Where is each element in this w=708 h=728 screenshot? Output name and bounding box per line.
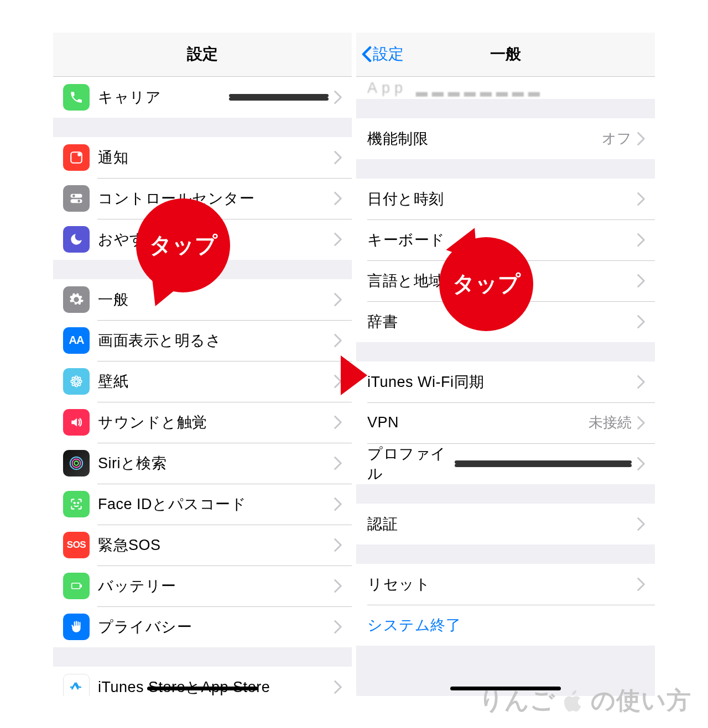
cell-battery[interactable]: バッテリー [53,565,352,606]
cell-faceid-passcode[interactable]: Face IDとパスコード [53,484,352,525]
svg-point-6 [75,379,79,383]
back-button[interactable]: 設定 [362,44,404,65]
cell-restrictions[interactable]: 機能制限 オフ [356,118,655,159]
chevron-right-icon [637,315,645,328]
chevron-right-icon [334,293,342,306]
cell-label: Face IDとパスコード [98,494,334,514]
cell-label: 認証 [367,514,637,534]
siri-icon [63,450,90,476]
svg-point-18 [74,502,75,503]
chevron-right-icon [637,274,645,287]
cell-itunes-appstore[interactable]: iTunes StoreとApp Store [53,667,352,696]
svg-point-4 [72,195,75,197]
chevron-right-icon [334,334,342,347]
navbar-left: 設定 [53,33,352,77]
chevron-right-icon [637,457,645,470]
svg-point-14 [78,383,80,385]
cell-label: バッテリー [98,576,334,596]
callout-tap-general: タップ [136,198,230,292]
step-arrow-icon [341,355,367,395]
svg-point-10 [79,380,81,382]
chevron-right-icon [334,497,342,511]
svg-rect-20 [72,583,80,589]
navbar-right: 設定 一般 [356,33,655,77]
callout-tap-keyboard: タップ [439,237,533,331]
watermark-text-left: りんご [479,684,555,717]
svg-rect-2 [71,193,82,197]
cell-label: 緊急SOS [98,535,334,555]
cell-label: 日付と時刻 [367,189,637,209]
chevron-right-icon [334,416,342,429]
speaker-icon [63,409,90,436]
redacted-value [229,94,329,101]
cell-certificates[interactable]: 認証 [356,504,655,544]
control-center-icon [63,185,90,212]
cell-label: コントロールセンター [98,188,334,208]
gear-icon [63,286,90,313]
cell-shutdown[interactable]: システム終了 [356,605,655,646]
navbar-title: 一般 [490,44,521,65]
cell-label: システム終了 [367,615,645,635]
chevron-right-icon [637,132,645,145]
cell-carrier[interactable]: キャリア [53,77,352,118]
cell-label: Siriと検索 [98,453,334,473]
cell-reset[interactable]: リセット [356,564,655,605]
chevron-right-icon [637,192,645,206]
svg-point-12 [78,377,80,379]
back-label: 設定 [373,44,404,65]
cell-itunes-wifi-sync[interactable]: iTunes Wi-Fi同期 [356,362,655,402]
chevron-right-icon [334,579,342,593]
cell-label: 画面表示と明るさ [98,331,334,350]
chevron-right-icon [637,375,645,389]
cell-label: サウンドと触覚 [98,412,334,432]
watermark-text-right: の使い方 [591,684,691,717]
chevron-right-icon [334,457,342,470]
chevron-right-icon [637,578,645,591]
cell-wallpaper[interactable]: 壁紙 [53,361,352,402]
cell-label: リセット [367,574,637,594]
svg-point-8 [75,384,77,386]
chevron-right-icon [334,192,342,205]
faceid-icon [63,491,90,517]
battery-icon [63,573,90,599]
appstore-icon [63,674,90,696]
settings-screen-left: 設定 キャリア 通知 [53,33,352,696]
svg-point-16 [72,459,81,467]
svg-point-1 [77,153,81,156]
watermark: りんご の使い方 [479,684,691,717]
wallpaper-icon [63,368,90,395]
cell-label: プライバシー [98,617,334,637]
redacted-value [455,460,632,467]
display-icon: AA [63,327,90,354]
cell-label: 壁紙 [98,371,334,391]
svg-point-13 [72,383,74,385]
svg-point-17 [74,461,79,465]
cell-label: iTunes Wi-Fi同期 [367,372,637,392]
chevron-right-icon [334,680,342,694]
callout-label: タップ [452,269,520,299]
cell-detail: 未接続 [589,413,632,432]
cell-vpn[interactable]: VPN 未接続 [356,402,655,443]
navbar-title: 設定 [187,44,218,65]
chevron-right-icon [334,620,342,633]
svg-rect-3 [71,199,82,203]
cell-privacy[interactable]: プライバシー [53,606,352,647]
svg-point-9 [71,380,73,382]
cell-sound-haptics[interactable]: サウンドと触覚 [53,402,352,443]
chevron-right-icon [334,538,342,552]
cell-label: 通知 [98,148,334,167]
hand-icon [63,614,90,640]
cell-notifications[interactable]: 通知 [53,137,352,178]
cell-label: 一般 [98,290,334,310]
general-screen-right: 設定 一般 App ▂▂▂▂▂▂▂▂ 機能制限 オフ 日付と時刻 キーボード [356,33,655,696]
cell-siri-search[interactable]: Siriと検索 [53,443,352,484]
moon-icon [63,226,90,253]
cell-display-brightness[interactable]: AA 画面表示と明るさ [53,320,352,361]
cell-emergency-sos[interactable]: SOS 緊急SOS [53,525,352,565]
cell-date-time[interactable]: 日付と時刻 [356,179,655,219]
phone-icon [63,84,90,111]
cell-profile[interactable]: プロファイル [356,443,655,484]
sos-icon: SOS [63,532,90,558]
chevron-right-icon [334,233,342,246]
home-indicator[interactable] [147,687,258,690]
